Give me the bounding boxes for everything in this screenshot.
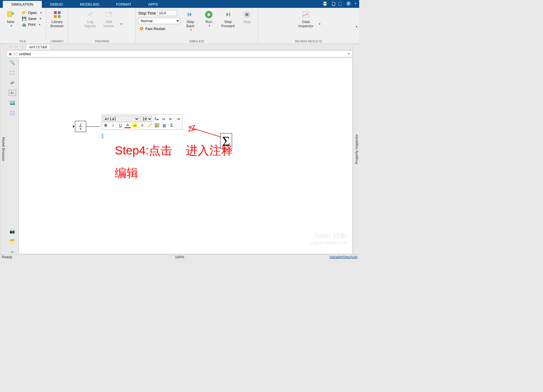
folder-open-icon: 📂 xyxy=(22,11,26,15)
tab-simulation[interactable]: SIMULATION xyxy=(3,1,42,8)
nav-fwd-icon[interactable]: ⇨ xyxy=(14,45,19,49)
font-family-select[interactable]: Arial xyxy=(103,116,139,122)
step-back-button[interactable]: Step Back▼ xyxy=(182,9,199,33)
section-simulate-label: SIMULATE xyxy=(189,40,204,43)
indent-icon[interactable]: ⇥ xyxy=(175,116,181,122)
nav-up-icon[interactable]: ⇧ xyxy=(20,45,25,49)
stoptime-input[interactable] xyxy=(157,10,177,16)
model-canvas[interactable]: 1s Arial 10 A▴ A▾ ⇤ ⇥ B I U xyxy=(19,58,352,254)
insert-table-icon[interactable]: ▦ xyxy=(161,123,167,128)
image-icon[interactable] xyxy=(9,100,16,106)
integrator-block[interactable]: 1s xyxy=(75,121,86,132)
tab-apps[interactable]: APPS xyxy=(140,1,166,8)
run-button[interactable]: Run▼ xyxy=(200,9,217,28)
step-forward-button[interactable]: Step Forward xyxy=(219,9,237,29)
model-browser-panel[interactable]: Model Browser xyxy=(0,44,6,255)
canvas-palette: 🔍 ⛶ ⇄ A≡ 📷 🗂️ « xyxy=(6,58,19,255)
log-signals-button[interactable]: Log Signals xyxy=(82,9,98,29)
chevron-down-icon: ▼ xyxy=(40,11,42,14)
sim-mode-select[interactable]: Normal xyxy=(138,18,180,24)
toolstrip-collapse-icon[interactable]: ▲ xyxy=(355,25,358,28)
prepare-dropdown-icon[interactable]: ▼ xyxy=(120,23,122,26)
insert-image-icon[interactable]: 🖼️ xyxy=(154,123,160,128)
print-label: Print xyxy=(28,22,36,27)
section-prepare: Log Signals Add Viewer ▼ PREPARE xyxy=(68,8,136,43)
help-icon[interactable]: ? xyxy=(345,1,352,7)
section-library: Library Browser LIBRARY xyxy=(46,8,69,43)
align-icon[interactable]: ≡ xyxy=(139,123,145,128)
chevron-down-icon: ▼ xyxy=(38,23,41,26)
new-button[interactable]: New ▼ xyxy=(2,9,19,28)
chevron-down-icon: ▼ xyxy=(10,24,13,27)
stop-label: Stop xyxy=(243,20,251,24)
decrease-font-icon[interactable]: A▾ xyxy=(161,116,167,122)
model-file-tab[interactable]: untitled xyxy=(26,44,50,49)
breadcrumb-dropdown-icon[interactable]: ▼ xyxy=(347,52,350,55)
tab-modeling[interactable]: MODELING xyxy=(72,1,108,8)
step-back-label: Step Back xyxy=(186,20,194,28)
status-zoom[interactable]: 100% xyxy=(175,255,184,259)
print-button[interactable]: 🖨️Print▼ xyxy=(21,22,43,27)
font-color-icon[interactable]: A xyxy=(125,123,131,128)
svg-rect-17 xyxy=(246,13,248,16)
save-button[interactable]: 💾Save▼ xyxy=(21,16,43,21)
svg-rect-9 xyxy=(58,15,61,18)
arrows-icon[interactable]: ⇄ xyxy=(9,80,16,86)
fit-icon[interactable]: ⛶ xyxy=(9,70,16,76)
quick-access-toolbar: ? ▼ xyxy=(322,1,357,7)
section-review-label: REVIEW RESULTS xyxy=(295,40,322,43)
highlight-icon[interactable]: ab xyxy=(132,123,138,128)
run-label: Run xyxy=(205,20,212,24)
area-icon[interactable] xyxy=(9,110,16,116)
data-inspector-label: Data Inspector xyxy=(298,20,313,28)
chevron-down-icon: ▼ xyxy=(190,29,192,31)
add-viewer-button[interactable]: Add Viewer xyxy=(100,9,117,29)
toolstrip: New ▼ 📂Open▼ 💾Save▼ 🖨️Print▼ FILE Librar… xyxy=(0,8,359,44)
svg-text:?: ? xyxy=(347,2,350,6)
equation-sigma-icon[interactable]: Σ xyxy=(168,123,175,128)
status-bar: Ready 100% VariableStepAuto xyxy=(0,255,359,259)
section-prepare-label: PREPARE xyxy=(95,40,109,43)
undo-icon[interactable] xyxy=(330,1,336,7)
open-button[interactable]: 📂Open▼ xyxy=(21,10,43,15)
property-inspector-panel[interactable]: Property Inspector xyxy=(353,44,359,255)
screenshot-icon[interactable]: 📷 xyxy=(9,228,16,234)
help-dropdown-icon[interactable]: ▼ xyxy=(354,2,357,5)
data-inspector-button[interactable]: Data Inspector xyxy=(296,9,315,29)
explorer-icon[interactable]: 🗂️ xyxy=(9,238,16,245)
model-tab-bar: ⇦ ⇨ ⇧ untitled xyxy=(6,44,353,50)
bold-icon[interactable]: B xyxy=(103,123,109,128)
zoom-icon[interactable]: 🔍 xyxy=(9,59,16,66)
underline-icon[interactable]: U xyxy=(117,123,123,128)
collapse-icon[interactable]: « xyxy=(9,248,16,255)
save-label: Save xyxy=(28,17,36,21)
svg-point-10 xyxy=(91,12,93,14)
redo-icon[interactable] xyxy=(338,1,344,7)
inspector-icon xyxy=(301,10,310,19)
font-size-select[interactable]: 10 xyxy=(140,116,152,122)
breadcrumb-text[interactable]: untitled xyxy=(19,52,31,56)
model-icon xyxy=(13,52,17,56)
clear-format-icon[interactable]: 🧹 xyxy=(146,123,153,128)
tab-format[interactable]: FORMAT xyxy=(108,1,140,8)
increase-font-icon[interactable]: A▴ xyxy=(153,116,159,122)
section-review: Data Inspector ▼ REVIEW RESULTS xyxy=(258,8,359,43)
library-browser-button[interactable]: Library Browser xyxy=(48,9,66,29)
save-icon[interactable] xyxy=(322,1,328,7)
chevron-down-icon: ▼ xyxy=(39,17,42,20)
enter-icon[interactable]: ⊕ xyxy=(9,52,12,56)
step-forward-icon xyxy=(223,10,232,19)
stop-button[interactable]: Stop xyxy=(239,9,255,25)
review-dropdown-icon[interactable]: ▼ xyxy=(319,23,321,26)
annotation-icon[interactable]: A≡ xyxy=(9,90,16,96)
nav-back-icon[interactable]: ⇦ xyxy=(8,45,13,49)
italic-icon[interactable]: I xyxy=(110,123,116,128)
outdent-icon[interactable]: ⇤ xyxy=(168,116,174,122)
chevron-down-icon: ▼ xyxy=(208,24,211,27)
library-icon xyxy=(53,10,62,19)
tab-debug[interactable]: DEBUG xyxy=(42,1,72,8)
log-signals-label: Log Signals xyxy=(84,20,96,28)
signal-line[interactable] xyxy=(86,126,100,127)
fast-restart-button[interactable]: Fast Restart xyxy=(138,26,180,31)
status-solver[interactable]: VariableStepAuto xyxy=(329,255,358,259)
